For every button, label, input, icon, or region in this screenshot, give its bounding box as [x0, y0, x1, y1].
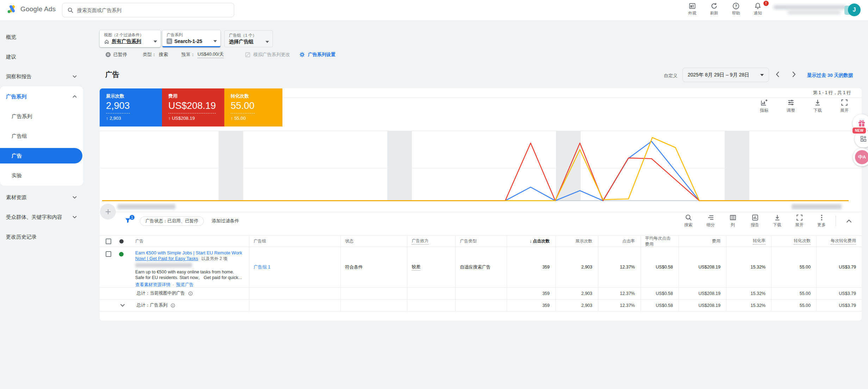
sidebar-item-ad-groups[interactable]: 广告组: [0, 126, 83, 146]
ad-group-link[interactable]: 广告组 1: [254, 264, 270, 270]
avatar[interactable]: J: [848, 4, 861, 16]
simulate-changes-button: 模拟广告系列更改: [245, 51, 290, 58]
add-filter-button[interactable]: 添加过滤条件: [212, 218, 239, 224]
header-cell-cost[interactable]: 费用: [679, 235, 726, 247]
sidebar-campaigns-group: 广告系列 广告系列 广告组 广告 实验: [0, 86, 83, 186]
chevron-down-icon[interactable]: [120, 304, 125, 307]
header-cell-conv-rate[interactable]: 转化率: [726, 235, 771, 247]
table-download-button[interactable]: 下载: [769, 214, 785, 228]
sidebar-item-assets[interactable]: 素材资源: [0, 187, 83, 207]
collapse-table-button[interactable]: [842, 214, 856, 228]
ad-row-cell-conversions: 55.00: [771, 247, 816, 288]
sidebar-item-change-history[interactable]: 更改历史记录: [0, 227, 83, 247]
table-toolbar: 搜索 细分 列 报告 下载 展开 更多: [680, 214, 856, 228]
scorecard-conversions[interactable]: 转化次数 55.00 ↑ 55.00: [224, 88, 282, 126]
scorecard-impressions[interactable]: 展示次数 2,903 ↑ 2,903: [100, 88, 162, 126]
ad-row-cell-cost-per-conv: US$3.79: [816, 247, 862, 288]
total-cell-conversions: 55.00: [771, 300, 816, 311]
header-cell-impressions[interactable]: 展示次数: [555, 235, 598, 247]
adjust-button[interactable]: 调整: [782, 99, 800, 113]
global-search[interactable]: [62, 3, 234, 17]
columns-icon: [729, 214, 737, 221]
sidebar-item-audiences-keywords-content[interactable]: 受众群体、关键字和内容: [0, 207, 83, 227]
total-cell-ctr: 12.37%: [598, 288, 641, 300]
sidebar-item-overview[interactable]: 概览: [0, 27, 83, 47]
total-cell-ad-strength: [407, 288, 455, 300]
more-button: 更多: [813, 214, 830, 228]
page-title: 广告: [105, 70, 119, 79]
add-button[interactable]: [100, 204, 116, 220]
campaign-settings-button[interactable]: 广告系列设置: [299, 51, 335, 58]
sidebar-item-campaigns[interactable]: 广告系列: [0, 106, 83, 126]
header-cell-avg-cpc[interactable]: 平均每次点击费用: [641, 235, 679, 247]
header-cell-ad-type[interactable]: 广告类型: [455, 235, 507, 247]
trend-chart-svg[interactable]: [102, 131, 849, 201]
x-axis-label-redacted: [117, 204, 175, 209]
header-cell-ctr[interactable]: 点击率: [598, 235, 641, 247]
ad-row-cell-impressions: 2,903: [555, 247, 598, 288]
ad-status-filter-chip[interactable]: 广告状态：已启用、已暂停: [140, 216, 204, 226]
expand-total-button[interactable]: [120, 304, 125, 307]
sidebar-item-insights-reports[interactable]: 洞察和报告: [0, 67, 83, 86]
notification-badge: !: [763, 1, 769, 6]
date-range-picker[interactable]: 2025年 8月 29日 – 9月 28日: [682, 68, 769, 82]
campaign-picker[interactable]: 广告系列 Search-1-25: [162, 30, 220, 47]
scorecard-cost[interactable]: 费用 US$208.19 ↑ US$208.19: [162, 88, 224, 126]
info-icon-button[interactable]: [188, 291, 193, 296]
table-search-button[interactable]: 搜索: [680, 214, 697, 228]
segment-button[interactable]: 细分: [702, 214, 719, 228]
header-cell-ad-group[interactable]: 广告组: [249, 235, 341, 247]
ad-url-redacted: [135, 263, 192, 267]
expand-icon: [796, 214, 803, 221]
ad-row-cell-ad-strength[interactable]: 较差: [407, 247, 455, 288]
sidebar-item-ads-selected[interactable]: 广告: [0, 148, 82, 163]
notifications-button[interactable]: ! 通知: [749, 2, 766, 16]
total-cell-conv-rate: 15.32%: [726, 300, 771, 311]
weekend-band: [387, 131, 412, 201]
header-cell-ad-strength[interactable]: 广告效力: [407, 235, 455, 247]
chart-expand-button[interactable]: 展开: [836, 99, 853, 113]
header-cell-clicks[interactable]: ↓点击次数: [507, 235, 555, 247]
refresh-button[interactable]: 刷新: [706, 2, 723, 16]
header-cell-status[interactable]: 状态: [341, 235, 407, 247]
total-cell-ad-group: [249, 288, 341, 300]
previous-period-button[interactable]: [774, 70, 782, 78]
campaign-budget[interactable]: 预算： US$40.00/天: [181, 51, 224, 58]
download-icon: [774, 214, 781, 221]
help-button[interactable]: ? 帮助: [728, 2, 744, 16]
refresh-icon: [710, 2, 718, 10]
translate-button[interactable]: 中A: [853, 148, 868, 166]
table-expand-button[interactable]: 展开: [791, 214, 807, 228]
ad-title-link[interactable]: Earn €500 with Simple Jobs | Start EU Re…: [135, 250, 243, 261]
google-ads-logo[interactable]: Google Ads: [7, 5, 56, 14]
sidebar-item-experiments[interactable]: 实验: [0, 166, 83, 185]
google-ads-app: { "topbar": { "product": "Google Ads", "…: [0, 0, 868, 389]
new-feature-badge: NEW: [853, 128, 866, 134]
row-checkbox[interactable]: [106, 251, 111, 257]
report-button[interactable]: 报告: [747, 214, 763, 228]
sidebar-item-campaigns-section[interactable]: 广告系列: [0, 87, 83, 106]
ad-group-picker[interactable]: 广告组（1 个） 选择广告组: [224, 30, 273, 47]
next-period-button[interactable]: [790, 70, 798, 78]
chart-download-button[interactable]: 下载: [809, 99, 826, 113]
campaign-status[interactable]: 已暂停: [105, 51, 127, 58]
view-picker[interactable]: 视图（2 个过滤条件） 所有广告系列: [100, 30, 161, 47]
toolbar-divider: [836, 216, 836, 226]
sidebar-item-recommendations[interactable]: 建议: [0, 47, 83, 67]
header-cell-cost-per-conv[interactable]: 每次转化费用: [816, 235, 862, 247]
sliders-icon: [787, 99, 795, 106]
select-all-checkbox[interactable]: [106, 239, 111, 244]
preview-ad-link[interactable]: 预览广告: [176, 282, 194, 287]
appearance-button[interactable]: 外观: [684, 2, 701, 16]
ad-row-cell-ad-group[interactable]: 广告组 1: [249, 247, 341, 288]
view-asset-details-link[interactable]: 查看素材资源详情: [135, 282, 170, 287]
total-cell-ctr: 12.37%: [598, 300, 641, 311]
filters-button[interactable]: 1: [124, 217, 132, 225]
columns-button[interactable]: 列: [725, 214, 741, 228]
metrics-button[interactable]: 指标: [755, 99, 773, 113]
search-input[interactable]: [77, 7, 229, 13]
info-icon-button[interactable]: [170, 303, 175, 308]
header-cell-conversions[interactable]: 转化次数: [771, 235, 816, 247]
x-axis-label-redacted: [792, 204, 842, 209]
show-last-30-days-link[interactable]: 显示过去 30 天的数据: [807, 72, 853, 79]
